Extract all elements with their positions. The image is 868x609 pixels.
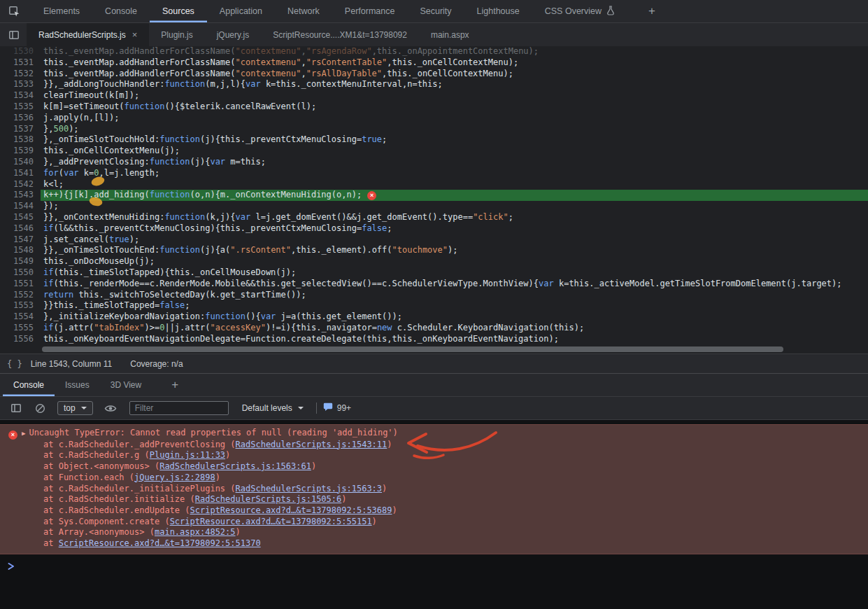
stack-link[interactable]: RadSchedulerScripts.js:1543:11 [236, 440, 387, 449]
code-line: 1541for(var k=0,l=j.length; [0, 168, 868, 179]
file-tab-radschedulerscripts-js[interactable]: RadSchedulerScripts.js× [27, 23, 149, 46]
close-icon[interactable]: × [132, 30, 138, 39]
console-output: × ▶Uncaught TypeError: Cannot read prope… [0, 420, 868, 609]
panel-tab-lighthouse[interactable]: Lighthouse [464, 0, 532, 22]
code-line: 1532this._eventMap.addHandlerForClassNam… [0, 69, 868, 80]
navigator-toggle-icon[interactable] [4, 27, 24, 43]
panel-tab-label: Sources [162, 6, 194, 16]
pretty-print-icon[interactable]: { } [7, 359, 22, 369]
line-number[interactable]: 1544 [0, 201, 41, 212]
line-number[interactable]: 1538 [0, 134, 41, 146]
line-number[interactable]: 1535 [0, 102, 41, 113]
line-number[interactable]: 1551 [0, 279, 41, 290]
stack-link[interactable]: jQuery.js:2:2898 [134, 472, 215, 482]
cursor-position: Line 1543, Column 11 [31, 359, 113, 369]
stack-text: at Array.<anonymous> ( [43, 527, 155, 537]
code-text: if(this._timeSlotTapped){this._onCellMou… [41, 267, 296, 279]
code-line: 1537},500); [0, 124, 868, 135]
stack-link[interactable]: ScriptResource.axd?d…&t=13798092:5:51370 [59, 538, 261, 548]
code-line: 1550if(this._timeSlotTapped){this._onCel… [0, 267, 868, 279]
more-tabs-button[interactable]: + [648, 4, 655, 18]
panel-tab-security[interactable]: Security [407, 0, 464, 22]
console-error-message: × ▶Uncaught TypeError: Cannot read prope… [0, 424, 868, 554]
code-text: this._onDocMouseUp(j); [41, 256, 155, 267]
error-icon: × [8, 430, 17, 440]
line-number[interactable]: 1554 [0, 312, 41, 323]
line-number[interactable]: 1552 [0, 290, 41, 301]
panel-tab-application[interactable]: Application [207, 0, 275, 22]
stack-text: ) [387, 440, 392, 449]
code-text: clearTimeout(k[m]); [41, 90, 139, 102]
panel-tab-sources[interactable]: Sources [150, 0, 207, 22]
line-number[interactable]: 1546 [0, 223, 41, 234]
drawer-tab-3d-view[interactable]: 3D View [100, 374, 152, 396]
file-tab-scriptresource-xm1-t-13798092[interactable]: ScriptResource....XM1&t=13798092 [261, 23, 419, 46]
line-number[interactable]: 1530 [0, 46, 41, 57]
drawer-tab-console[interactable]: Console [3, 374, 55, 396]
stack-frame: at Sys.Component.create (ScriptResource.… [0, 517, 868, 528]
line-number[interactable]: 1541 [0, 168, 41, 179]
stack-frame: at c.RadScheduler.g (Plugin.js:11:33) [0, 450, 868, 461]
live-expression-eye-icon[interactable] [101, 400, 120, 416]
line-number[interactable]: 1553 [0, 300, 41, 312]
stack-link[interactable]: main.aspx:4852:5 [155, 527, 236, 537]
panel-tab-css-overview[interactable]: CSS Overview [532, 0, 627, 22]
line-number[interactable]: 1532 [0, 69, 41, 80]
panel-tab-bar: ElementsConsoleSourcesApplicationNetwork… [0, 0, 868, 23]
add-drawer-tab-button[interactable]: + [171, 378, 178, 392]
inspect-icon[interactable] [4, 3, 24, 20]
stack-link[interactable]: RadSchedulerScripts.js:1563:3 [236, 484, 383, 493]
file-tab-jquery-js[interactable]: jQuery.js [205, 23, 261, 46]
stack-link[interactable]: RadSchedulerScripts.js:1505:6 [195, 494, 342, 504]
filter-input[interactable] [129, 401, 229, 415]
drawer-tab-issues[interactable]: Issues [55, 374, 100, 396]
console-sidebar-icon[interactable] [6, 400, 26, 416]
expand-triangle-icon[interactable]: ▶ [22, 430, 25, 437]
panel-tab-elements[interactable]: Elements [31, 0, 92, 22]
stack-link[interactable]: ScriptResource.axd?d…&t=13798092:5:55151 [170, 517, 372, 526]
line-number[interactable]: 1534 [0, 90, 41, 102]
code-line: 1551if(this._renderMode==c.RenderMode.Mo… [0, 279, 868, 290]
line-number[interactable]: 1555 [0, 323, 41, 334]
stack-text: at c.RadScheduler.g ( [43, 450, 150, 460]
code-text: this._eventMap.addHandlerForClassName("c… [41, 69, 513, 80]
panel-tab-network[interactable]: Network [275, 0, 332, 22]
stack-link[interactable]: Plugin.js:11:33 [150, 450, 225, 460]
panel-tab-performance[interactable]: Performance [332, 0, 408, 22]
line-number[interactable]: 1542 [0, 179, 41, 190]
issues-counter[interactable]: 99+ [323, 402, 351, 414]
stack-link[interactable]: RadSchedulerScripts.js:1563:61 [159, 461, 311, 471]
line-number[interactable]: 1550 [0, 267, 41, 279]
context-selector[interactable]: top [57, 401, 93, 415]
stack-link[interactable]: ScriptResource.axd?d…&t=13798092:5:53689 [190, 505, 392, 515]
console-prompt[interactable] [0, 554, 868, 609]
clear-console-icon[interactable] [30, 400, 50, 416]
line-number[interactable]: 1547 [0, 234, 41, 246]
line-number[interactable]: 1539 [0, 146, 41, 157]
code-line: 1555if(j.attr("tabIndex")>=0||j.attr("ac… [0, 323, 868, 334]
line-number[interactable]: 1533 [0, 79, 41, 90]
code-text: this._onKeyboardEventNavigationDelegate=… [41, 334, 559, 345]
horizontal-scrollbar[interactable] [0, 345, 868, 354]
line-number[interactable]: 1543 [0, 190, 41, 201]
line-number[interactable]: 1536 [0, 113, 41, 124]
code-text: this._onCellContextMenu(j); [41, 146, 180, 157]
log-levels-dropdown[interactable]: Default levels [242, 403, 304, 413]
code-line: 1556this._onKeyboardEventNavigationDeleg… [0, 334, 868, 345]
file-tab-main-aspx[interactable]: main.aspx [419, 23, 481, 46]
scrollbar-thumb[interactable] [42, 346, 783, 352]
line-number[interactable]: 1540 [0, 157, 41, 168]
line-number[interactable]: 1537 [0, 124, 41, 135]
panel-tab-console[interactable]: Console [92, 0, 150, 22]
stack-frame: at Array.<anonymous> (main.aspx:4852:5) [0, 527, 868, 538]
stack-text: ) [236, 527, 241, 537]
line-number[interactable]: 1531 [0, 57, 41, 69]
file-tab-label: jQuery.js [217, 30, 249, 40]
file-tab-plugin-js[interactable]: Plugin.js [149, 23, 204, 46]
line-number[interactable]: 1549 [0, 256, 41, 267]
line-number[interactable]: 1545 [0, 212, 41, 223]
code-line: 1544}); [0, 201, 868, 212]
line-number[interactable]: 1548 [0, 245, 41, 256]
stack-frame: at c.RadScheduler._addPreventClosing (Ra… [0, 440, 868, 451]
line-number[interactable]: 1556 [0, 334, 41, 345]
